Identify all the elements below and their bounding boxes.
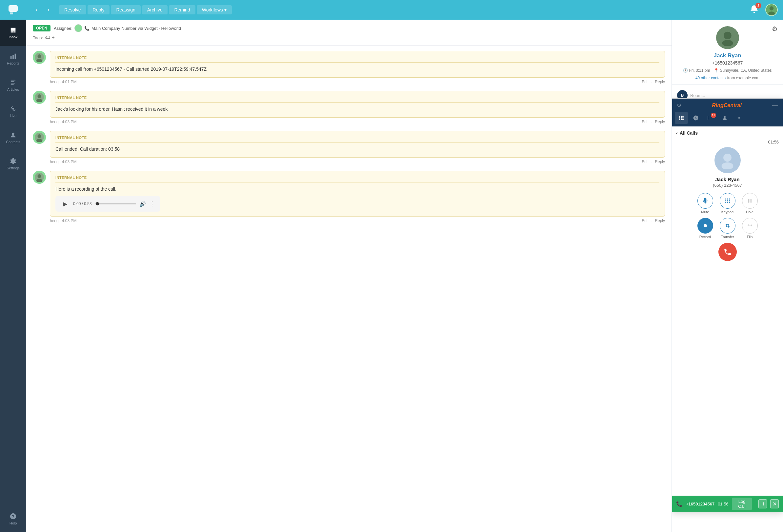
sidebar-item-inbox[interactable]: Inbox <box>0 20 26 46</box>
resolve-button[interactable]: Resolve <box>59 5 86 14</box>
ringcentral-header: ⚙ RingCentral — <box>672 99 783 112</box>
contact-phone: +16501234567 <box>677 60 778 66</box>
end-call-button[interactable] <box>718 243 737 261</box>
archive-button[interactable]: Archive <box>142 5 168 14</box>
sidebar-label-settings: Settings <box>6 166 20 170</box>
remind-button[interactable]: Remind <box>169 5 195 14</box>
reply-button[interactable]: Reply <box>88 5 110 14</box>
message-author-time: heng · 4:03 PM <box>50 219 76 223</box>
sidebar-label-inbox: Inbox <box>9 35 18 39</box>
add-tag-button[interactable]: 🏷 + <box>45 35 55 41</box>
app-logo[interactable] <box>0 0 26 20</box>
rc-end-call-row <box>676 243 779 261</box>
tags-row: Tags: 🏷 + <box>33 35 665 41</box>
svg-rect-8 <box>11 85 14 85</box>
record-button[interactable]: Record <box>697 218 713 239</box>
reply-link[interactable]: Reply <box>655 219 665 223</box>
rc-tab-messages[interactable]: 11 <box>703 112 717 124</box>
more-options-icon[interactable]: ⋮ <box>149 200 155 207</box>
sidebar-item-articles[interactable]: Articles <box>0 72 26 98</box>
mute-button[interactable]: Mute <box>697 193 713 214</box>
sidebar-label-reports: Reports <box>7 61 20 65</box>
reply-link[interactable]: Reply <box>655 120 665 124</box>
message-author-time: heng · 4:03 PM <box>50 160 76 164</box>
edit-link[interactable]: Edit <box>642 219 649 223</box>
hold-button[interactable]: Hold <box>742 193 758 214</box>
svg-point-14 <box>770 6 774 10</box>
mute-label: Mute <box>701 210 709 214</box>
sidebar-label-live: Live <box>10 114 17 118</box>
back-arrow-icon: ‹ <box>676 130 678 136</box>
svg-rect-2 <box>10 56 12 59</box>
rc-tab-contacts[interactable] <box>718 112 731 124</box>
internal-note: INTERNAL NOTE Here is a recording of the… <box>50 171 665 217</box>
reply-link[interactable]: Reply <box>655 79 665 84</box>
sidebar-item-help[interactable]: ? Help <box>0 506 26 532</box>
keypad-label: Keypad <box>721 210 733 214</box>
gear-icon[interactable]: ⚙ <box>772 25 778 33</box>
sidebar-item-live[interactable]: Live <box>0 98 26 125</box>
rc-tab-dialpad[interactable] <box>675 112 688 124</box>
rc-tab-history[interactable] <box>689 112 702 124</box>
svg-point-9 <box>12 108 14 110</box>
forward-button[interactable]: › <box>43 5 54 15</box>
reassign-button[interactable]: Reassign <box>111 5 140 14</box>
keypad-button[interactable]: Keypad <box>720 193 735 214</box>
topbar-actions: Resolve Reply Reassign Archive Remind Wo… <box>59 5 232 14</box>
svg-point-17 <box>37 55 41 58</box>
rc-gear-icon[interactable]: ⚙ <box>677 102 681 108</box>
message-author-time: heng · 4:01 PM <box>50 79 76 84</box>
play-button[interactable]: ▶ <box>61 199 70 208</box>
sidebar-item-contacts[interactable]: Contacts <box>0 125 26 151</box>
internal-note: INTERNAL NOTE Jack's looking for his ord… <box>50 91 665 118</box>
svg-point-37 <box>681 119 682 120</box>
svg-point-36 <box>679 119 680 120</box>
contact-meta: 🕐 Fri, 3:11 pm 📍 Sunnyvale, CA, United S… <box>677 68 778 73</box>
edit-link[interactable]: Edit <box>642 160 649 164</box>
rc-back-button[interactable]: ‹ All Calls <box>676 130 779 136</box>
workflows-button[interactable]: Workflows ▾ <box>197 5 232 14</box>
svg-point-54 <box>703 224 707 227</box>
sidebar-item-settings[interactable]: Settings <box>0 151 26 177</box>
flip-button[interactable]: Flip <box>742 218 758 239</box>
svg-point-47 <box>727 200 728 201</box>
call-bar-close-button[interactable]: ✕ <box>770 499 779 508</box>
other-contacts-link[interactable]: 49 other contacts from example.com <box>677 75 778 80</box>
sidebar-label-help: Help <box>9 521 17 525</box>
message-text: Here is a recording of the call. <box>55 186 659 193</box>
transfer-label: Transfer <box>721 235 734 239</box>
keypad-icon <box>720 193 735 209</box>
messages-area: INTERNAL NOTE Incoming call from +650123… <box>26 45 671 532</box>
svg-point-34 <box>681 117 682 119</box>
svg-rect-5 <box>11 80 16 80</box>
audio-progress-bar[interactable] <box>95 203 136 204</box>
transfer-button[interactable]: Transfer <box>720 218 735 239</box>
svg-point-55 <box>726 224 727 225</box>
svg-point-29 <box>722 40 733 46</box>
message-footer: heng · 4:01 PM Edit · Reply <box>50 79 665 84</box>
contact-time: 🕐 Fri, 3:11 pm <box>683 68 710 73</box>
user-avatar[interactable] <box>765 4 778 16</box>
notifications-button[interactable]: 2 <box>750 5 759 15</box>
hold-label: Hold <box>746 210 753 214</box>
volume-icon[interactable]: 🔊 <box>139 201 146 207</box>
call-bar-pause-button[interactable]: ⏸ <box>758 499 767 508</box>
assignee-avatar <box>74 24 82 32</box>
audio-player: ▶ 0:00 / 0:53 🔊 ⋮ <box>55 196 160 211</box>
rc-minimize-button[interactable]: — <box>772 102 778 109</box>
reply-link[interactable]: Reply <box>655 160 665 164</box>
svg-rect-0 <box>8 5 18 12</box>
avatar <box>33 91 46 104</box>
sidebar-item-reports[interactable]: Reports <box>0 46 26 72</box>
internal-note-label: INTERNAL NOTE <box>55 136 659 142</box>
svg-point-23 <box>37 134 41 138</box>
contact-info: ⚙ Jack Ryan +16501234567 🕐 Fri, 3:11 pm … <box>672 20 783 85</box>
svg-point-43 <box>725 199 726 199</box>
table-row: INTERNAL NOTE Here is a recording of the… <box>33 171 665 223</box>
rc-tab-settings[interactable] <box>732 112 746 124</box>
log-call-button[interactable]: Log Call <box>732 498 752 510</box>
back-button[interactable]: ‹ <box>31 5 42 15</box>
ringcentral-logo: RingCentral <box>712 103 742 108</box>
edit-link[interactable]: Edit <box>642 120 649 124</box>
edit-link[interactable]: Edit <box>642 79 649 84</box>
